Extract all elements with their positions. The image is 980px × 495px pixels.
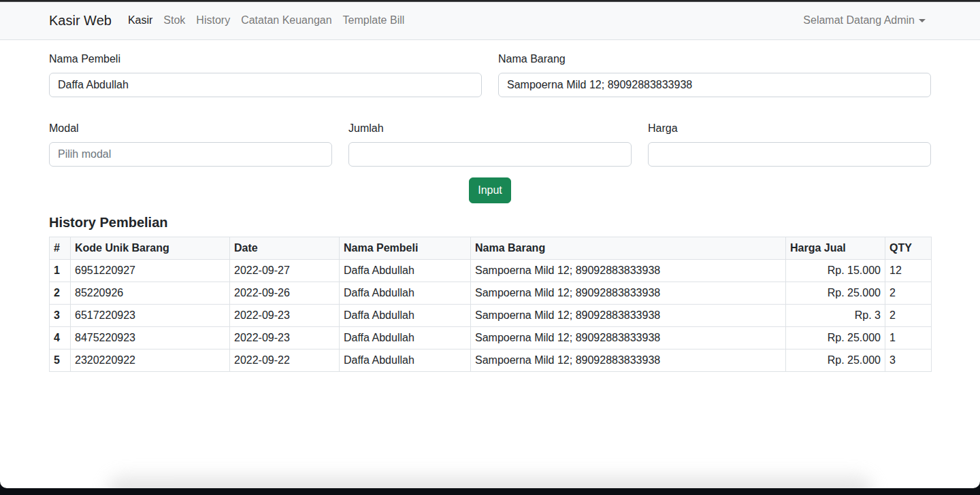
cell-qty: 12 (885, 260, 932, 282)
cell-kode-unik-barang: 6517220923 (71, 305, 230, 327)
cell-qty: 1 (885, 327, 932, 349)
nav-item-stok: Stok (158, 7, 191, 34)
cell-harga-jual: Rp. 25.000 (786, 349, 885, 372)
navbar-container: Kasir Web KasirStokHistoryCatatan Keuang… (41, 1, 939, 39)
row-index: 1 (50, 260, 71, 282)
cell-date: 2022-09-23 (230, 305, 340, 327)
cell-harga-jual: Rp. 25.000 (786, 327, 885, 349)
user-dropdown[interactable]: Selamat Datang Admin (798, 7, 931, 34)
header-cell-qty: QTY (885, 237, 932, 260)
cell-nama-pembeli: Daffa Abdullah (340, 305, 471, 327)
row-index: 5 (50, 349, 71, 372)
field-nama-pembeli: Nama Pembeli (41, 51, 490, 97)
history-row: 365172209232022-09-23Daffa AbdullahSampo… (50, 305, 932, 327)
cell-date: 2022-09-23 (230, 327, 340, 349)
navbar: Kasir Web KasirStokHistoryCatatan Keuang… (0, 1, 980, 40)
field-jumlah: Jumlah (340, 120, 640, 167)
nav-link-catatan-keuangan[interactable]: Catatan Keuangan (235, 7, 337, 34)
brand-link[interactable]: Kasir Web (49, 10, 112, 31)
jumlah-label: Jumlah (348, 120, 632, 137)
nav-link-stok[interactable]: Stok (158, 7, 191, 34)
nav-item-catatan-keuangan: Catatan Keuangan (235, 7, 337, 34)
harga-input[interactable] (648, 142, 931, 167)
header-cell-kode-unik-barang: Kode Unik Barang (71, 237, 230, 260)
history-table: #Kode Unik BarangDateNama PembeliNama Ba… (49, 237, 932, 372)
nav-link-template-bill[interactable]: Template Bill (338, 7, 410, 34)
nav-list: KasirStokHistoryCatatan KeuanganTemplate… (122, 7, 410, 34)
user-dropdown-label: Selamat Datang Admin (803, 14, 915, 26)
main-content: Nama Pembeli Nama Barang Modal Jumlah Ha… (41, 51, 939, 372)
nav-item-history: History (191, 7, 235, 34)
modal-input[interactable] (49, 142, 332, 167)
cell-kode-unik-barang: 2320220922 (71, 349, 230, 372)
cell-qty: 2 (885, 282, 932, 305)
header-cell-nama-pembeli: Nama Pembeli (340, 237, 471, 260)
field-harga: Harga (640, 120, 939, 167)
history-title: History Pembelian (49, 214, 931, 231)
cell-kode-unik-barang: 8475220923 (71, 327, 230, 349)
form-row-1: Nama Pembeli Nama Barang (41, 51, 939, 97)
history-row: 2852209262022-09-26Daffa AbdullahSampoer… (50, 282, 932, 305)
jumlah-input[interactable] (348, 142, 632, 167)
field-modal: Modal (41, 120, 340, 167)
cell-kode-unik-barang: 85220926 (71, 282, 230, 305)
cell-nama-barang: Sampoerna Mild 12; 89092883833938 (471, 260, 786, 282)
cell-nama-barang: Sampoerna Mild 12; 89092883833938 (471, 282, 786, 305)
cell-nama-barang: Sampoerna Mild 12; 89092883833938 (471, 305, 786, 327)
app-window: Kasir Web KasirStokHistoryCatatan Keuang… (0, 1, 980, 488)
field-nama-barang: Nama Barang (490, 51, 939, 97)
submit-row: Input (49, 177, 931, 203)
header-cell-harga-jual: Harga Jual (786, 237, 885, 260)
history-row: 523202209222022-09-22Daffa AbdullahSampo… (50, 349, 932, 372)
cell-harga-jual: Rp. 3 (786, 305, 885, 327)
history-row: 484752209232022-09-23Daffa AbdullahSampo… (50, 327, 932, 349)
nav-link-kasir[interactable]: Kasir (122, 7, 158, 34)
nav-link-history[interactable]: History (191, 7, 235, 34)
cell-nama-barang: Sampoerna Mild 12; 89092883833938 (471, 349, 786, 372)
input-button[interactable]: Input (469, 177, 511, 203)
nama-barang-label: Nama Barang (498, 51, 931, 67)
cell-qty: 3 (885, 349, 932, 372)
header-cell-nama-barang: Nama Barang (471, 237, 786, 260)
cell-kode-unik-barang: 6951220927 (71, 260, 230, 282)
header-cell-date: Date (230, 237, 340, 260)
cell-date: 2022-09-27 (230, 260, 340, 282)
cell-harga-jual: Rp. 25.000 (786, 282, 885, 305)
nama-pembeli-input[interactable] (49, 73, 482, 97)
history-table-body: 169512209272022-09-27Daffa AbdullahSampo… (50, 260, 932, 372)
cell-nama-barang: Sampoerna Mild 12; 89092883833938 (471, 327, 786, 349)
history-table-head: #Kode Unik BarangDateNama PembeliNama Ba… (50, 237, 932, 260)
header-cell-col: # (50, 237, 71, 260)
nav-item-template-bill: Template Bill (338, 7, 410, 34)
form-row-2: Modal Jumlah Harga (41, 120, 939, 167)
cell-nama-pembeli: Daffa Abdullah (340, 260, 471, 282)
window-top-edge (0, 0, 980, 2)
nama-pembeli-label: Nama Pembeli (49, 51, 482, 67)
cell-harga-jual: Rp. 15.000 (786, 260, 885, 282)
harga-label: Harga (648, 120, 931, 137)
cell-qty: 2 (885, 305, 932, 327)
history-row: 169512209272022-09-27Daffa AbdullahSampo… (50, 260, 932, 282)
cell-nama-pembeli: Daffa Abdullah (340, 327, 471, 349)
cell-nama-pembeli: Daffa Abdullah (340, 282, 471, 305)
row-index: 2 (50, 282, 71, 305)
row-index: 3 (50, 305, 71, 327)
nama-barang-input[interactable] (498, 73, 931, 97)
chevron-down-icon (919, 19, 926, 22)
header-row: #Kode Unik BarangDateNama PembeliNama Ba… (50, 237, 932, 260)
nav-item-kasir: Kasir (122, 7, 158, 34)
row-index: 4 (50, 327, 71, 349)
bottom-window-shadow (108, 476, 872, 488)
cell-date: 2022-09-26 (230, 282, 340, 305)
navbar-right: Selamat Datang Admin (798, 7, 931, 34)
modal-label: Modal (49, 120, 332, 137)
cell-date: 2022-09-22 (230, 349, 340, 372)
cell-nama-pembeli: Daffa Abdullah (340, 349, 471, 372)
